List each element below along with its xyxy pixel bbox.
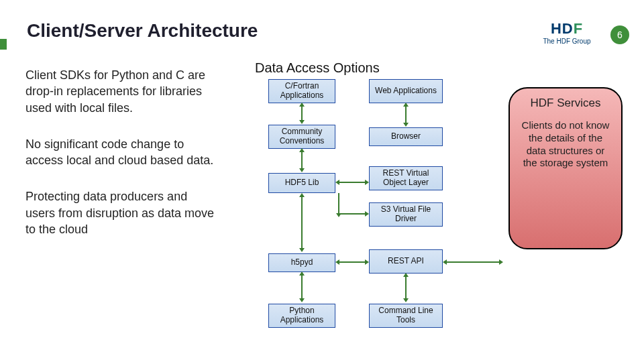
paragraph-3: Protecting data producers and users from… xyxy=(25,188,220,237)
box-community: Community Conventions xyxy=(268,125,335,149)
arrow-community-hdf5lib xyxy=(301,152,303,169)
accent-bar xyxy=(0,39,7,50)
arrow-cfortran-community xyxy=(301,106,303,121)
box-python: Python Applications xyxy=(268,304,335,328)
diagram-heading: Data Access Options xyxy=(255,60,380,76)
arrow-hdf5lib-restvol xyxy=(339,182,366,183)
logo-subtext: The HDF Group xyxy=(530,38,604,45)
logo-text-hd: HD xyxy=(551,20,574,37)
body-text: Client SDKs for Python and C are drop-in… xyxy=(25,67,220,257)
box-cfortran: C/Fortran Applications xyxy=(268,79,335,103)
arrow-h5pyd-python xyxy=(301,275,303,299)
diagram: C/Fortran Applications Web Applications … xyxy=(248,79,476,354)
hdf-services-panel: HDF Services Clients do not know the det… xyxy=(508,87,623,249)
box-hdf5lib: HDF5 Lib xyxy=(268,173,335,193)
arrow-hdf5lib-stub xyxy=(338,193,339,214)
box-cli: Command Line Tools xyxy=(369,304,443,328)
page-number-badge: 6 xyxy=(610,25,629,44)
logo-text-f: F xyxy=(574,20,583,37)
services-title: HDF Services xyxy=(517,97,614,110)
box-browser: Browser xyxy=(369,127,443,146)
arrow-h5pyd-restapi xyxy=(339,261,366,263)
box-restvol: REST Virtual Object Layer xyxy=(369,166,443,190)
page-number: 6 xyxy=(617,29,623,40)
paragraph-1: Client SDKs for Python and C are drop-in… xyxy=(25,67,220,116)
page-title: Client/Server Architecture xyxy=(27,20,258,42)
arrow-restapi-cli xyxy=(405,276,407,299)
box-h5pyd: h5pyd xyxy=(268,253,335,272)
box-s3vfd: S3 Virtual File Driver xyxy=(369,202,443,227)
hdf-logo: HDF The HDF Group xyxy=(530,20,604,45)
arrow-hdf5lib-h5pyd xyxy=(301,196,303,249)
box-restapi: REST API xyxy=(369,249,443,274)
arrow-hdf5lib-s3vfd xyxy=(339,213,366,215)
arrow-restapi-services xyxy=(446,261,500,263)
arrow-web-browser xyxy=(405,106,407,123)
box-web: Web Applications xyxy=(369,79,443,103)
paragraph-2: No significant code change to access loc… xyxy=(25,136,220,169)
services-note: Clients do not know the details of the d… xyxy=(517,119,614,170)
